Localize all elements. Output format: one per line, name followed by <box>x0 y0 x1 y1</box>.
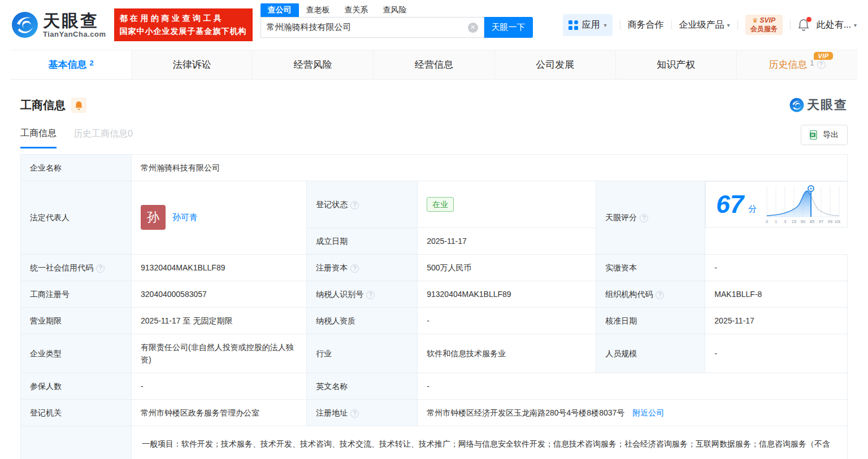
field-label: 法定代表人 <box>21 181 132 255</box>
company-nav-tabs: 基本信息2 法律诉讼 经营风险 经营信息 公司发展 知识产权 VIP 历史信息 … <box>11 50 857 80</box>
field-label: 英文名称 <box>307 373 418 399</box>
subtab-history-business-info[interactable]: 历史工商信息0 <box>73 128 133 147</box>
table-row: 企业名称 常州瀚骑科技有限公司 <box>21 155 848 181</box>
help-icon[interactable]: ? <box>640 214 648 222</box>
field-label: 行业 <box>307 334 418 373</box>
help-icon[interactable]: ? <box>350 409 359 418</box>
help-icon[interactable]: ? <box>96 264 105 273</box>
svg-text:85: 85 <box>810 219 814 224</box>
field-label: 登记机关 <box>21 399 132 426</box>
field-label: 纳税人资质 <box>307 307 418 334</box>
svg-text:0: 0 <box>766 219 768 224</box>
tab-company-development[interactable]: 公司发展 <box>495 50 616 79</box>
clear-icon[interactable]: ✕ <box>468 23 478 33</box>
header-right: 应用 ▾ 商务合作 企业级产品 ▾ ♛ SVIP 会员服务 此处有... ▾ <box>563 14 857 36</box>
notification-dot <box>806 17 811 22</box>
taxpayer-quality-value: - <box>418 307 596 334</box>
field-label: 成立日期 <box>307 228 418 254</box>
tab-history-info[interactable]: VIP 历史信息 1 ? <box>737 50 857 79</box>
field-label: 企业类型 <box>21 334 132 373</box>
credit-code-value: 91320404MAK1BLLF89 <box>132 254 307 281</box>
tab-basic-info[interactable]: 基本信息2 <box>11 50 132 79</box>
table-row: 登记机关 常州市钟楼区政务服务管理办公室 注册地址? 常州市钟楼区经济开发区玉龙… <box>21 399 848 426</box>
field-label: 营业期限 <box>21 307 132 334</box>
user-account-menu[interactable]: 此处有... ▾ <box>817 19 857 31</box>
search-tab-company[interactable]: 查公司 <box>261 3 299 17</box>
divider <box>620 20 620 29</box>
divider <box>737 20 738 29</box>
nearby-companies-link[interactable]: 附近公司 <box>632 408 664 417</box>
apps-menu[interactable]: 应用 ▾ <box>563 14 613 36</box>
field-label: 统一社会信用代码? <box>21 254 132 281</box>
search-tabs: 查公司 查老板 查关系 查风险 <box>261 3 533 17</box>
tab-operating-risk[interactable]: 经营风险 <box>253 50 374 79</box>
business-coop-link[interactable]: 商务合作 <box>628 19 664 31</box>
main-content: 工商信息 天眼查 工商信息 历史工商信息0 导出 <box>0 97 868 459</box>
field-label: 人员规模 <box>596 334 705 373</box>
field-label: 工商注册号 <box>21 281 132 307</box>
establish-date-value: 2025-11-17 <box>418 228 596 254</box>
tyc-score-cell: 67 分 <box>705 181 847 228</box>
search-input[interactable] <box>267 23 468 32</box>
notification-bell-button[interactable] <box>798 19 809 31</box>
svg-text:1: 1 <box>775 219 777 224</box>
table-row: 工商注册号 320404000583057 纳税人识别号? 91320404MA… <box>21 281 848 307</box>
help-icon[interactable]: ? <box>656 291 664 299</box>
table-row: 统一社会信用代码? 91320404MAK1BLLF89 注册资本? 500万人… <box>21 254 848 281</box>
help-icon[interactable]: ? <box>350 201 359 209</box>
paid-capital-value: - <box>705 254 848 281</box>
brand-name: 天眼查 <box>43 12 106 30</box>
business-info-table: 企业名称 常州瀚骑科技有限公司 法定代表人 孙 孙可青 登记状态? 在业 天眼评… <box>20 154 848 459</box>
industry-value: 软件和信息技术服务业 <box>418 334 596 373</box>
tab-intellectual-property[interactable]: 知识产权 <box>616 50 737 79</box>
legal-rep-link[interactable]: 孙可青 <box>172 211 198 224</box>
help-icon[interactable]: ? <box>350 264 359 273</box>
svg-text:15: 15 <box>792 219 796 224</box>
chevron-down-icon: ▾ <box>727 22 730 28</box>
reg-capital-value: 500万人民币 <box>418 254 596 281</box>
approval-date-value: 2025-11-17 <box>705 307 848 334</box>
avatar[interactable]: 孙 <box>141 205 166 230</box>
search-tab-risk[interactable]: 查风险 <box>376 3 414 17</box>
search-tab-relation[interactable]: 查关系 <box>337 3 376 17</box>
field-label: 核准日期 <box>596 307 705 334</box>
svg-text:99: 99 <box>828 219 832 224</box>
staff-size-value: - <box>705 334 848 373</box>
subtab-business-info[interactable]: 工商信息 <box>20 128 57 148</box>
tyc-logo-icon <box>11 11 38 38</box>
svg-text:100: 100 <box>835 219 840 224</box>
field-label: 登记状态? <box>307 181 418 228</box>
tyc-watermark: 天眼查 <box>789 97 848 113</box>
score-value: 67 <box>716 192 744 217</box>
score-distribution-chart: 0 1 3 15 50 85 97 99 100 <box>766 184 840 225</box>
vip-badge: VIP <box>814 52 832 60</box>
english-name-value: - <box>418 373 848 399</box>
field-label: 天眼评分? <box>596 181 705 255</box>
score-unit: 分 <box>748 203 757 215</box>
help-icon[interactable]: ? <box>366 291 375 299</box>
apps-grid-icon <box>568 20 578 30</box>
tab-business-info[interactable]: 经营信息 <box>374 50 494 79</box>
field-label: 纳税人识别号? <box>307 281 418 307</box>
table-row: 企业类型 有限责任公司(非自然人投资或控股的法人独资) 行业 软件和信息技术服务… <box>21 334 848 373</box>
help-icon[interactable]: ? <box>817 60 826 69</box>
search-tab-boss[interactable]: 查老板 <box>299 3 337 17</box>
chevron-down-icon: ▾ <box>604 22 607 28</box>
enterprise-products-link[interactable]: 企业级产品 ▾ <box>679 19 730 31</box>
tyc-logo-icon <box>789 98 804 112</box>
table-row: 经营范围? 一般项目：软件开发；技术服务、技术开发、技术咨询、技术交流、技术转让… <box>21 426 848 459</box>
reg-status-value: 在业 <box>418 181 596 228</box>
tab-legal-litigation[interactable]: 法律诉讼 <box>132 50 253 79</box>
legal-rep-cell: 孙 孙可青 <box>132 181 307 255</box>
tyc-logo[interactable]: 天眼查 TianYanCha.com <box>11 11 106 38</box>
export-button[interactable]: 导出 <box>801 125 848 145</box>
monitor-bell-button[interactable] <box>71 98 86 113</box>
brand-slogan: 都在用的商业查询工具 国家中小企业发展子基金旗下机构 <box>114 8 253 41</box>
business-scope-value: 一般项目：软件开发；技术服务、技术开发、技术咨询、技术交流、技术转让、技术推广；… <box>132 426 848 459</box>
field-label: 参保人数 <box>21 373 132 399</box>
table-row: 参保人数 - 英文名称 - <box>21 373 848 399</box>
search-button[interactable]: 天眼一下 <box>484 17 533 38</box>
svip-member-button[interactable]: ♛ SVIP 会员服务 <box>745 15 783 35</box>
status-badge: 在业 <box>427 197 454 212</box>
reg-authority-value: 常州市钟楼区政务服务管理办公室 <box>132 399 307 426</box>
